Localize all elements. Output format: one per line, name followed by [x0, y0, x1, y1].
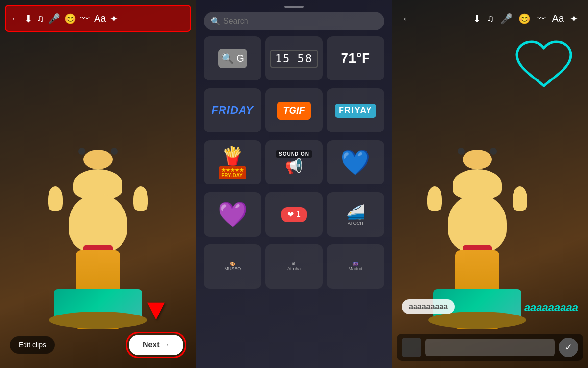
amiibo-figure-right [414, 74, 541, 329]
right-panel: ← ⬇ ♫ 🎤 😊 〰 Aa ✦ aaaaaaaaa aaaaaaaaa ✓ [392, 0, 588, 368]
sticker-temperature[interactable]: 71°F [327, 36, 384, 80]
sticker-search-input[interactable] [204, 12, 384, 30]
right-head [448, 194, 507, 253]
like-label: ❤1 [281, 207, 307, 222]
left-panel: ← ⬇ ♫ 🎤 😊 〰 Aa ✦ Edit clips ▼ Next → [0, 0, 196, 368]
right-amiibo-body [414, 74, 541, 329]
right-mic-icon[interactable]: 🎤 [500, 13, 513, 25]
temp-label: 71°F [341, 51, 370, 66]
next-button-box: Next → [126, 332, 186, 358]
text-thumbnail [402, 338, 421, 357]
sticker-madrid[interactable]: 🌆Madrid [327, 244, 384, 289]
sound-on-label: SOUND ON 📢 [276, 150, 312, 175]
right-eye-right [490, 148, 497, 155]
draw-icon[interactable]: 〰 [80, 13, 90, 24]
sticker-row-4: 💜 ❤1 🚄 ATOCH [204, 192, 384, 237]
text-caption-input[interactable] [425, 339, 555, 356]
heart-pink-label: 💜 [218, 200, 248, 229]
sticker-clock[interactable]: 15 58 [265, 36, 322, 80]
drag-handle [284, 6, 304, 8]
atocha-label: 🏛Atocha [287, 262, 301, 271]
red-arrow-indicator: ▼ [142, 292, 171, 326]
sticker-train[interactable]: 🚄 ATOCH [327, 192, 384, 237]
right-music-icon[interactable]: ♫ [487, 13, 494, 24]
head [69, 194, 127, 253]
text-overlay-left: aaaaaaaaa [402, 299, 455, 314]
search-icon: 🔍 [211, 17, 220, 26]
friday-label: FRIDAY [212, 104, 254, 117]
right-snout [463, 150, 492, 169]
edit-clips-button[interactable]: Edit clips [10, 336, 55, 354]
sticker-row-2: FRIDAY TGIF FRIYAY [204, 88, 384, 132]
middle-panel: 🔍 🔍 G 15 58 71°F FRIDAY [196, 0, 392, 368]
sticker-friyay[interactable]: FRIYAY [327, 88, 384, 132]
sticker-row-5: 🎨MUSEO 🏛Atocha 🌆Madrid [204, 244, 384, 289]
heart-drawing [514, 39, 573, 93]
download-icon[interactable]: ⬇ [24, 13, 33, 25]
mic-icon[interactable]: 🎤 [48, 13, 60, 25]
museo-label: 🎨MUSEO [224, 262, 241, 271]
sticker-row-1: 🔍 G 15 58 71°F [204, 36, 384, 80]
text-icon[interactable]: Aa [94, 13, 106, 24]
left-toolbar: ← ⬇ ♫ 🎤 😊 〰 Aa ✦ [5, 5, 191, 32]
music-icon[interactable]: ♫ [37, 13, 44, 24]
sticker-fryday[interactable]: 🍟 ★★★★★FRY-DAY [204, 140, 261, 184]
sticker-friday[interactable]: FRIDAY [204, 88, 261, 132]
sticker-heart-pink[interactable]: 💜 [204, 192, 261, 237]
right-base [428, 312, 526, 329]
back-button[interactable]: ← [11, 13, 21, 24]
sticker-row-3: 🍟 ★★★★★FRY-DAY SOUND ON 📢 💙 [204, 140, 384, 184]
right-emoji-icon[interactable]: 😊 [518, 13, 531, 25]
train-label: 🚄 ATOCH [346, 204, 365, 226]
sticker-museo[interactable]: 🎨MUSEO [204, 244, 261, 289]
right-effects-icon[interactable]: ✦ [570, 13, 578, 25]
clock-label: 15 58 [270, 50, 318, 68]
bottom-controls: Edit clips ▼ Next → [0, 332, 196, 358]
sticker-like[interactable]: ❤1 [265, 192, 322, 237]
sticker-grid: 🔍 G 15 58 71°F FRIDAY TGIF FRIYAY [196, 36, 392, 368]
sticker-search-g[interactable]: 🔍 G [204, 36, 261, 80]
right-download-icon[interactable]: ⬇ [473, 13, 481, 25]
heart-blue-label: 💙 [340, 148, 370, 177]
right-eye-left [458, 148, 465, 155]
ear-left [48, 186, 63, 211]
fryday-label: 🍟 ★★★★★FRY-DAY [219, 146, 246, 179]
sticker-sound-on[interactable]: SOUND ON 📢 [265, 140, 322, 184]
tgif-label: TGIF [277, 102, 311, 120]
right-text-icon[interactable]: Aa [552, 13, 564, 24]
ear-right [133, 186, 148, 211]
right-draw-icon[interactable]: 〰 [537, 13, 546, 24]
search-g-label: 🔍 G [218, 49, 247, 68]
eye-left [78, 148, 85, 155]
confirm-button[interactable]: ✓ [559, 338, 578, 357]
sticker-atocha[interactable]: 🏛Atocha [265, 244, 322, 289]
right-text-input-area: ✓ [397, 334, 583, 361]
right-ear-right [513, 186, 527, 211]
right-toolbar: ← ⬇ ♫ 🎤 😊 〰 Aa ✦ [397, 5, 583, 32]
right-back-button[interactable]: ← [402, 12, 413, 25]
sticker-tgif[interactable]: TGIF [265, 88, 322, 132]
friyay-label: FRIYAY [335, 104, 376, 118]
madrid-label: 🌆Madrid [349, 262, 363, 271]
effects-icon[interactable]: ✦ [110, 13, 118, 25]
snout [83, 150, 113, 169]
next-button[interactable]: Next → [129, 335, 183, 355]
text-overlay-right: aaaaaaaaa [524, 301, 578, 314]
next-button-container: ▼ Next → [126, 332, 186, 358]
amiibo-body [34, 74, 162, 329]
amiibo-figure-left [34, 74, 162, 329]
base [49, 312, 147, 329]
sticker-heart-blue[interactable]: 💙 [327, 140, 384, 184]
eye-right [111, 148, 118, 155]
right-ear-left [427, 186, 442, 211]
sticker-panel: 🔍 🔍 G 15 58 71°F FRIDAY [196, 0, 392, 368]
sticker-search-container: 🔍 [204, 12, 384, 30]
emoji-icon[interactable]: 😊 [64, 13, 76, 25]
